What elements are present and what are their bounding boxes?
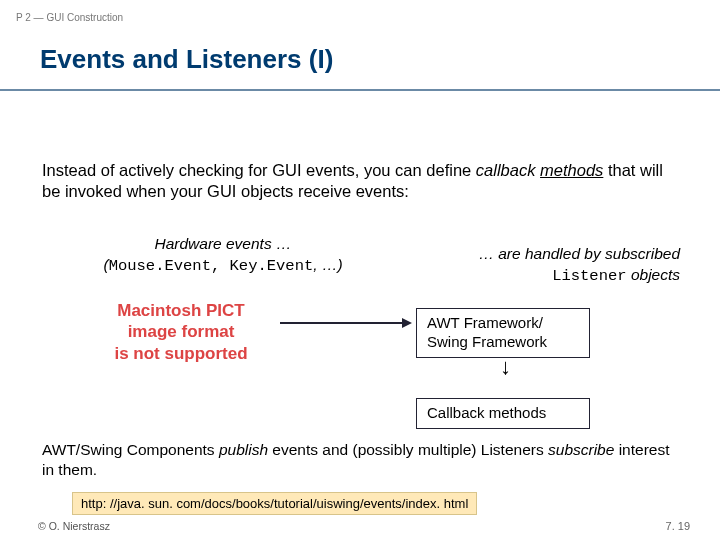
callback-l1: Callback methods (427, 404, 579, 423)
pict-l2: image format (86, 321, 276, 342)
framework-box: AWT Framework/ Swing Framework (416, 308, 590, 358)
intro-methods: methods (540, 161, 603, 179)
intro-callback: callback (476, 161, 536, 179)
copyright: © O. Nierstrasz (38, 520, 110, 532)
summary-before: AWT/Swing Components (42, 441, 219, 458)
right-code: Listener (552, 267, 626, 285)
right-column: … are handled by subscribed Listener obj… (400, 244, 680, 287)
pict-l3: is not supported (86, 343, 276, 364)
framework-l2: Swing Framework (427, 333, 579, 352)
summary-publish: publish (219, 441, 268, 458)
intro-text: Instead of actively checking for GUI eve… (42, 160, 672, 203)
left-code: Mouse.Event, Key.Event (109, 257, 314, 275)
page-number: 7. 19 (666, 520, 690, 532)
callback-box: Callback methods (416, 398, 590, 429)
left-line1: Hardware events … (88, 234, 358, 255)
title-block: Events and Listeners (I) (0, 44, 720, 91)
pict-placeholder: Macintosh PICT image format is not suppo… (86, 300, 276, 364)
left-column: Hardware events … (Mouse.Event, Key.Even… (88, 234, 358, 277)
divider (0, 89, 720, 91)
page-title: Events and Listeners (I) (40, 44, 720, 75)
reference-url: http: //java. sun. com/docs/books/tutori… (72, 492, 477, 515)
intro-before: Instead of actively checking for GUI eve… (42, 161, 476, 179)
right-prefix: … are handled by subscribed (478, 245, 680, 262)
summary-text: AWT/Swing Components publish events and … (42, 440, 672, 480)
arrow-right-icon (280, 322, 410, 324)
left-line2: (Mouse.Event, Key.Event, …) (88, 255, 358, 277)
summary-mid: events and (possibly multiple) Listeners (268, 441, 548, 458)
breadcrumb: P 2 — GUI Construction (16, 12, 123, 23)
summary-subscribe: subscribe (548, 441, 614, 458)
left-close: , …) (313, 256, 342, 273)
arrow-down-icon: ↓ (500, 354, 511, 380)
right-suffix: objects (627, 266, 680, 283)
pict-l1: Macintosh PICT (86, 300, 276, 321)
framework-l1: AWT Framework/ (427, 314, 579, 333)
